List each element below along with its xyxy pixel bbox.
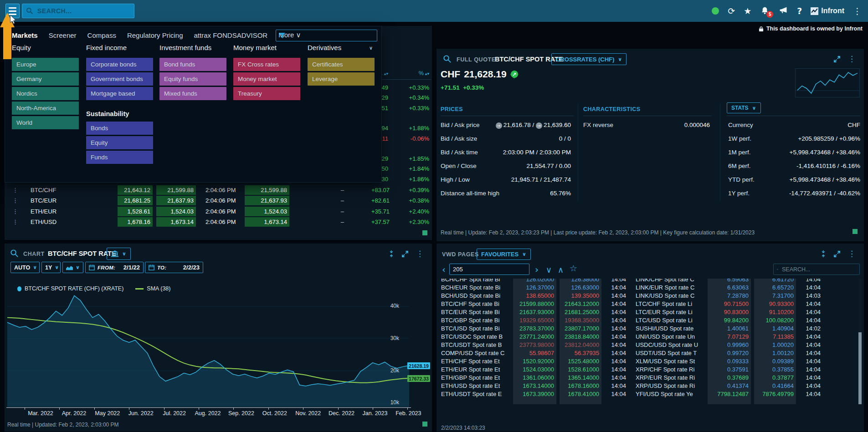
vwd-row[interactable]: BCH/CHF Spot rate Bi126.02000126.3800014… (441, 279, 628, 283)
menu-item-money-market[interactable]: Money market (233, 72, 300, 86)
menu-item-sustainability-funds[interactable]: Funds (86, 151, 153, 164)
menu-item-nordics[interactable]: Nordics (12, 87, 79, 100)
vwd-row[interactable]: SUSHI/USD Spot rate1.400611.4090414:02 (636, 324, 822, 332)
menu-item-corporate-bonds[interactable]: Corporate bonds (86, 58, 153, 71)
search-input[interactable] (36, 7, 130, 15)
vwd-row[interactable]: LTC/USD Spot rate Li99.84200100.0820014:… (636, 316, 822, 324)
collapse-icon[interactable] (821, 250, 826, 258)
menu-item-certificates[interactable]: Certificates (308, 58, 375, 71)
scrollbar-thumb[interactable] (858, 332, 862, 404)
menu-filter-input[interactable] (288, 32, 374, 40)
overflow-menu-icon[interactable]: ⋮ (853, 7, 862, 15)
vwd-row[interactable]: ETH/GBP Spot rate Et1361.060001365.14000… (441, 373, 628, 381)
panel-menu-icon[interactable]: ⋮ (848, 250, 856, 258)
crossrates-selector[interactable]: CROSSRATES (CHF)∨ (551, 53, 627, 65)
menu-item-leverage[interactable]: Leverage (308, 72, 375, 86)
page-number-input[interactable] (449, 264, 529, 275)
chart-to-date[interactable]: TO:2/2/23 (145, 262, 203, 273)
menu-tab-screener[interactable]: Screener (49, 31, 77, 39)
chart-mode-select[interactable]: AUTO∨ (10, 262, 40, 273)
favourite-star-icon[interactable]: ☆ (570, 264, 577, 273)
page-up-icon[interactable]: ∧ (558, 266, 564, 274)
page-down-icon[interactable]: ∨ (546, 266, 552, 274)
column-header-percent[interactable]: %▲▼ (391, 70, 429, 76)
menu-item-government-bonds[interactable]: Government bonds (86, 72, 153, 86)
menu-item-treasury[interactable]: Treasury (233, 87, 300, 100)
favourites-star-icon[interactable]: ★ (744, 7, 751, 15)
vwd-row[interactable]: ETH/USD Spot rate Et1673.140001678.16000… (441, 381, 628, 390)
menu-tab-compass[interactable]: Compass (87, 31, 116, 39)
vwd-row[interactable]: ETH/USDT Spot rate E1673.390001678.41000… (441, 390, 628, 398)
vwd-row[interactable]: BTC/USDT Spot rate B23773.9800023812.040… (441, 341, 628, 349)
row-menu-icon[interactable]: ⋮ (12, 187, 18, 193)
vwd-row[interactable]: BTC/GBP Spot rate Bi19329.6500019368.350… (441, 316, 628, 324)
menu-item-equity-funds[interactable]: Equity funds (159, 72, 226, 86)
vwd-row[interactable]: LINK/USD Spot rate C7.287807.3170014:03 (636, 291, 822, 300)
vwd-row[interactable]: ETH/CHF Spot rate Et1520.920001525.48000… (441, 357, 628, 365)
vwd-row[interactable]: USDC/USD Spot rate U0.999601.0002014:04 (636, 341, 822, 349)
scrollbar[interactable] (858, 279, 862, 404)
menu-filter[interactable] (276, 30, 377, 41)
vwd-search[interactable] (773, 264, 860, 275)
chart-range-select[interactable]: 1Y∨ (41, 262, 61, 273)
vwd-row[interactable]: BTC/USD Spot rate Bi23783.3700023807.170… (441, 324, 628, 332)
chart-type-select[interactable]: ∨ (62, 262, 83, 273)
menu-item-north-america[interactable]: North-America (12, 102, 79, 115)
table-row[interactable]: ⋮ETH/USD1,678.161,673.141,673.142:04:06 … (5, 217, 432, 227)
chevron-down-icon[interactable]: ∨ (369, 45, 373, 51)
table-row[interactable]: ⋮BTC/EUR21,681.2521,637.9321,637.932:04:… (5, 196, 432, 206)
vwd-row[interactable]: BTC/CHF Spot rate Bi21599.8800021643.120… (441, 300, 628, 308)
menu-item-sustainability-equity[interactable]: Equity (86, 136, 153, 149)
help-icon[interactable]: ? (797, 7, 802, 15)
vwd-row[interactable]: YFI/USD Spot rate Ye7798.124877876.49799… (636, 390, 822, 398)
expand-icon[interactable] (833, 250, 841, 258)
vwd-row[interactable]: BCH/USD Spot rate Bi138.65000139.3500014… (441, 291, 628, 300)
collapse-icon[interactable] (389, 250, 394, 258)
menu-item-mortgage-based[interactable]: Mortgage based (86, 87, 153, 100)
menu-item-europe[interactable]: Europe (12, 58, 79, 71)
stats-selector[interactable]: STATS∨ (727, 102, 761, 113)
menu-item-fx-cross-rates[interactable]: FX Cross rates (233, 58, 300, 71)
chart-from-date[interactable]: FROM:2/1/22 (85, 262, 144, 273)
vwd-row[interactable]: BTC/EUR Spot rate Bi21637.9300021681.250… (441, 308, 628, 316)
vwd-row[interactable]: BTC/USDC Spot rate B23771.2400023818.840… (441, 332, 628, 341)
panel-menu-icon[interactable]: ⋮ (848, 55, 856, 63)
expand-icon[interactable] (833, 56, 841, 63)
row-menu-icon[interactable]: ⋮ (12, 208, 18, 215)
vwd-row[interactable]: XRP/USD Spot rate Ri0.413740.4166414:04 (636, 381, 822, 390)
menu-tab-attrax-fondsadvisor[interactable]: attrax FONDSADVISOR (194, 31, 268, 39)
global-search[interactable] (22, 4, 134, 18)
vwd-row[interactable]: XRP/EUR Spot rate Ri0.376890.3787714:04 (636, 373, 822, 381)
announcements-megaphone-icon[interactable] (779, 5, 788, 17)
vwd-row[interactable]: USDT/USD Spot rate T0.997201.0012014:04 (636, 349, 822, 357)
table-row[interactable]: ⋮BTC/CHF21,643.1221,599.8821,599.882:04:… (5, 185, 432, 195)
exchange-selector[interactable]: ∨ (107, 248, 131, 260)
menu-item-bond-funds[interactable]: Bond funds (159, 58, 226, 71)
favourites-selector[interactable]: FAVOURITES∨ (477, 249, 531, 260)
vwd-row[interactable]: LINK/EUR Spot rate C6.630636.6572014:04 (636, 283, 822, 291)
expand-icon[interactable] (401, 250, 409, 258)
refresh-icon[interactable]: ⟳ (728, 7, 735, 15)
vwd-row[interactable]: COMP/USD Spot rate C55.9860756.3793514:0… (441, 349, 628, 357)
menu-tab-markets[interactable]: Markets (12, 31, 38, 39)
page-forward-icon[interactable]: › (535, 265, 539, 274)
vwd-row[interactable]: XRP/CHF Spot rate Ri0.375910.3785514:04 (636, 365, 822, 373)
menu-tab-regulatory-pricing[interactable]: Regulatory Pricing (127, 31, 183, 39)
vwd-row[interactable]: LTC/EUR Spot rate Li90.8300091.1020014:0… (636, 308, 822, 316)
vwd-row[interactable]: ETH/EUR Spot rate Et1524.030001528.61000… (441, 365, 628, 373)
row-menu-icon[interactable]: ⋮ (12, 219, 18, 225)
menu-item-world[interactable]: World (12, 116, 79, 129)
menu-item-germany[interactable]: Germany (12, 72, 79, 86)
main-menu-button[interactable] (5, 4, 20, 18)
row-menu-icon[interactable]: ⋮ (12, 197, 18, 204)
panel-menu-icon[interactable]: ⋮ (416, 250, 424, 258)
vwd-row[interactable]: BCH/EUR Spot rate Bi126.37000126.6300014… (441, 283, 628, 291)
price-chart[interactable] (6, 295, 410, 407)
notifications-bell-icon[interactable]: 5 (760, 6, 770, 16)
vwd-row[interactable]: LINK/CHF Spot rate C6.590636.6172014:04 (636, 279, 822, 283)
menu-item-sustainability-bonds[interactable]: Bonds (86, 122, 153, 135)
menu-item-mixed-funds[interactable]: Mixed funds (159, 87, 226, 100)
vwd-row[interactable]: XLM/USD Spot rate St0.093330.0938914:04 (636, 357, 822, 365)
table-row[interactable]: ⋮ETH/EUR1,528.611,524.031,524.032:04:06 … (5, 207, 432, 217)
page-back-icon[interactable]: ‹ (442, 265, 446, 274)
